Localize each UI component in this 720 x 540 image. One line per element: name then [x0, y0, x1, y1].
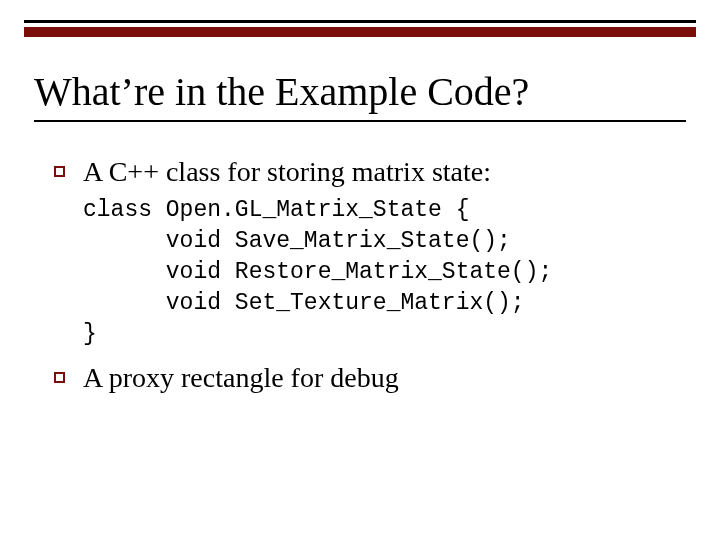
code-line: void Save_Matrix_State();	[83, 228, 511, 254]
square-bullet-icon	[54, 166, 65, 177]
top-rule-thin	[24, 20, 696, 23]
bullet-text: A proxy rectangle for debug	[83, 360, 399, 395]
title-area: What’re in the Example Code?	[34, 70, 686, 122]
title-underline	[34, 120, 686, 122]
bullet-item: A C++ class for storing matrix state:	[54, 154, 674, 189]
top-rule-thick	[24, 27, 696, 37]
slide-body: A C++ class for storing matrix state: cl…	[54, 154, 674, 401]
square-bullet-icon	[54, 372, 65, 383]
code-line: class Open.GL_Matrix_State {	[83, 197, 469, 223]
bullet-item: A proxy rectangle for debug	[54, 360, 674, 395]
code-line: }	[83, 321, 97, 347]
code-line: void Set_Texture_Matrix();	[83, 290, 525, 316]
code-line: void Restore_Matrix_State();	[83, 259, 552, 285]
slide: What’re in the Example Code? A C++ class…	[0, 0, 720, 540]
bullet-text: A C++ class for storing matrix state:	[83, 154, 491, 189]
slide-title: What’re in the Example Code?	[34, 70, 686, 114]
code-block: class Open.GL_Matrix_State { void Save_M…	[83, 195, 674, 350]
